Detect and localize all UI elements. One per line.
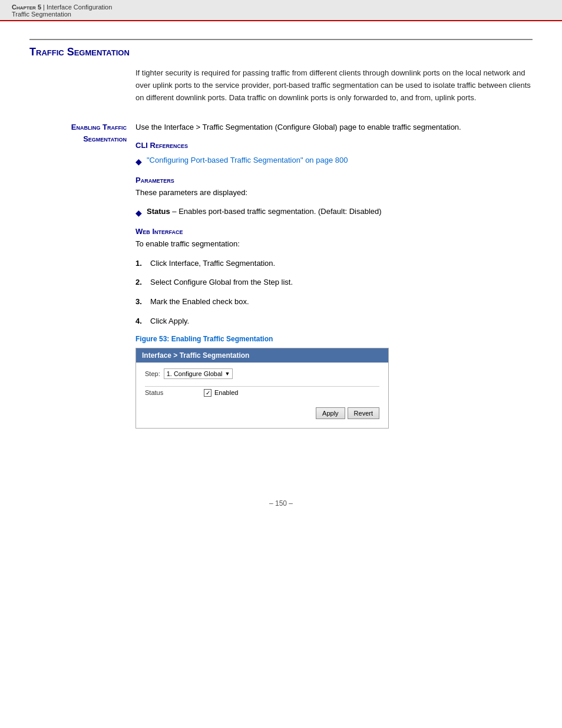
mockup-step-value: 1. Configure Global bbox=[167, 370, 223, 377]
mockup-header: Interface > Traffic Segmentation bbox=[136, 348, 388, 363]
parameters-bullet-list: ◆ Status – Enables port-based traffic se… bbox=[135, 206, 533, 219]
mockup-step-select[interactable]: 1. Configure Global ▼ bbox=[164, 368, 233, 379]
parameters-intro: These parameters are displayed: bbox=[135, 187, 533, 199]
cli-link[interactable]: "Configuring Port-based Traffic Segmenta… bbox=[147, 154, 348, 167]
enabled-label: Enabled bbox=[214, 389, 238, 396]
mockup-body: Step: 1. Configure Global ▼ Status ✓ Ena… bbox=[136, 363, 388, 428]
cli-link-item: ◆ "Configuring Port-based Traffic Segmen… bbox=[135, 154, 533, 168]
enabling-label: Enabling TrafficSegmentation bbox=[29, 121, 135, 428]
status-parameter-text: Status – Enables port-based traffic segm… bbox=[147, 206, 382, 218]
section-title: Traffic Segmentation bbox=[29, 39, 533, 58]
step-1: 1. Click Interface, Traffic Segmentation… bbox=[135, 258, 533, 270]
step-1-text: Click Interface, Traffic Segmentation. bbox=[150, 258, 533, 270]
step-2-text: Select Configure Global from the Step li… bbox=[150, 276, 533, 289]
mockup-checkbox-area: ✓ Enabled bbox=[204, 389, 238, 397]
cli-bullet-list: ◆ "Configuring Port-based Traffic Segmen… bbox=[135, 154, 533, 168]
page-header: Chapter 5 | Interface Configuration Traf… bbox=[0, 0, 562, 21]
diamond-icon-2: ◆ bbox=[135, 206, 142, 219]
numbered-steps: 1. Click Interface, Traffic Segmentation… bbox=[135, 258, 533, 328]
chapter-label: Chapter 5 bbox=[12, 4, 41, 11]
interface-mockup: Interface > Traffic Segmentation Step: 1… bbox=[135, 348, 389, 429]
mockup-step-label: Step: bbox=[145, 370, 160, 377]
web-intro: To enable traffic segmentation: bbox=[135, 238, 533, 251]
web-interface-heading: Web Interface bbox=[135, 227, 533, 236]
step-1-num: 1. bbox=[135, 258, 150, 270]
header-subsection: Traffic Segmentation bbox=[12, 11, 550, 18]
page-content: Traffic Segmentation If tighter security… bbox=[0, 21, 562, 464]
status-label-inline: Status bbox=[147, 207, 170, 216]
mockup-status-row: Status ✓ Enabled bbox=[145, 386, 379, 399]
mockup-buttons: Apply Revert bbox=[145, 407, 379, 419]
figure-caption: Figure 53: Enabling Traffic Segmentation bbox=[135, 335, 533, 343]
mockup-step-row: Step: 1. Configure Global ▼ bbox=[145, 368, 379, 379]
enabling-intro: Use the Interface > Traffic Segmentation… bbox=[135, 121, 533, 134]
mockup-status-label: Status bbox=[145, 389, 204, 396]
diamond-icon: ◆ bbox=[135, 155, 142, 168]
chapter-line: Chapter 5 | Interface Configuration bbox=[12, 4, 550, 11]
header-section: Interface Configuration bbox=[47, 4, 112, 11]
step-4: 4. Click Apply. bbox=[135, 315, 533, 328]
cli-references-heading: CLI References bbox=[135, 141, 533, 150]
step-2-num: 2. bbox=[135, 276, 150, 289]
status-desc: – Enables port-based traffic segmentatio… bbox=[172, 207, 381, 216]
status-parameter-item: ◆ Status – Enables port-based traffic se… bbox=[135, 206, 533, 219]
revert-button[interactable]: Revert bbox=[348, 407, 379, 419]
parameters-heading: Parameters bbox=[135, 176, 533, 185]
step-3-num: 3. bbox=[135, 296, 150, 308]
step-2: 2. Select Configure Global from the Step… bbox=[135, 276, 533, 289]
step-4-text: Click Apply. bbox=[150, 315, 533, 328]
step-4-num: 4. bbox=[135, 315, 150, 328]
dropdown-arrow-icon: ▼ bbox=[224, 371, 230, 377]
enabled-checkbox[interactable]: ✓ bbox=[204, 389, 211, 397]
page-footer: – 150 – bbox=[0, 499, 562, 508]
intro-text: If tighter security is required for pass… bbox=[135, 67, 533, 104]
step-3-text: Mark the Enabled check box. bbox=[150, 296, 533, 308]
enabling-body: Use the Interface > Traffic Segmentation… bbox=[135, 121, 533, 428]
step-3: 3. Mark the Enabled check box. bbox=[135, 296, 533, 308]
page-number: – 150 – bbox=[269, 499, 293, 508]
apply-button[interactable]: Apply bbox=[316, 407, 345, 419]
enabling-subsection: Enabling TrafficSegmentation Use the Int… bbox=[29, 121, 533, 428]
